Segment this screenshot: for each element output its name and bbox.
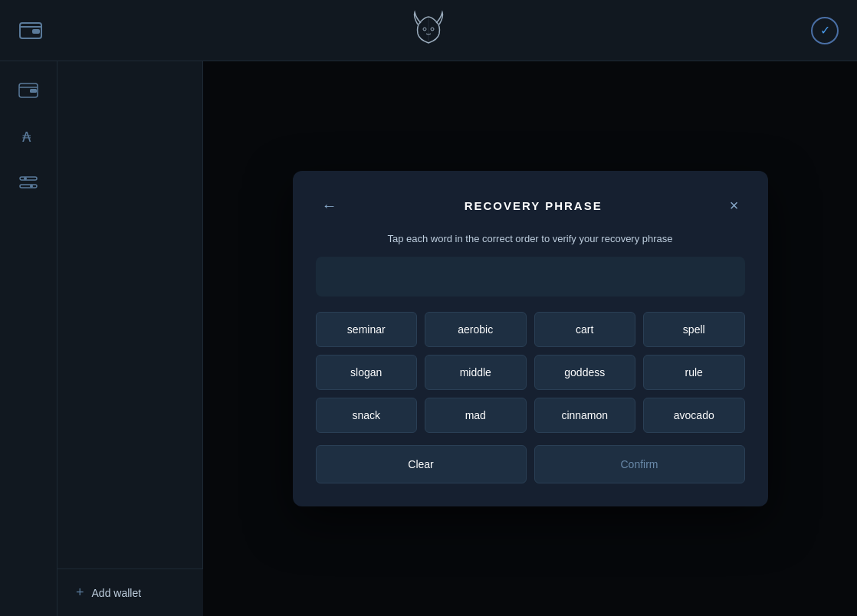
svg-rect-7 xyxy=(30,89,37,93)
svg-point-13 xyxy=(30,185,33,188)
svg-rect-11 xyxy=(20,185,37,188)
back-button[interactable]: ← xyxy=(316,194,343,218)
close-button[interactable]: × xyxy=(724,194,745,218)
sidebar-narrow: ₳ xyxy=(0,61,57,616)
word-button-snack[interactable]: snack xyxy=(316,398,418,433)
modal-overlay: ← RECOVERY PHRASE × Tap each word in the… xyxy=(203,61,857,616)
check-status-icon: ✓ xyxy=(811,17,839,44)
word-button-cinnamon[interactable]: cinnamon xyxy=(534,398,636,433)
word-button-mad[interactable]: mad xyxy=(425,398,527,433)
dialog-title: RECOVERY PHRASE xyxy=(465,199,603,212)
clear-button[interactable]: Clear xyxy=(316,445,527,483)
add-wallet-label: Add wallet xyxy=(92,587,142,599)
dialog-header: ← RECOVERY PHRASE × xyxy=(316,194,745,218)
word-display-area xyxy=(316,257,745,297)
svg-text:₳: ₳ xyxy=(22,129,31,145)
currency-nav-icon[interactable]: ₳ xyxy=(15,123,42,150)
recovery-phrase-dialog: ← RECOVERY PHRASE × Tap each word in the… xyxy=(293,171,768,506)
topbar-left xyxy=(18,18,43,43)
svg-point-3 xyxy=(423,28,426,31)
word-button-seminar[interactable]: seminar xyxy=(316,312,418,347)
word-button-spell[interactable]: spell xyxy=(643,312,745,347)
svg-point-12 xyxy=(24,177,27,180)
word-button-rule[interactable]: rule xyxy=(643,355,745,390)
app-logo xyxy=(409,9,448,49)
topbar: ✓ xyxy=(0,0,857,61)
word-button-avocado[interactable]: avocado xyxy=(643,398,745,433)
svg-rect-10 xyxy=(20,177,37,180)
word-grid: seminaraerobiccartspellsloganmiddlegodde… xyxy=(316,312,745,433)
sidebar-wide: + Add wallet xyxy=(57,61,203,616)
action-row: Clear Confirm xyxy=(316,445,745,483)
content-area: ← RECOVERY PHRASE × Tap each word in the… xyxy=(203,61,857,616)
word-button-goddess[interactable]: goddess xyxy=(534,355,636,390)
word-button-slogan[interactable]: slogan xyxy=(316,355,418,390)
word-button-cart[interactable]: cart xyxy=(534,312,636,347)
wallet-nav-icon[interactable] xyxy=(15,77,42,104)
svg-rect-1 xyxy=(32,29,40,34)
dialog-subtitle: Tap each word in the correct order to ve… xyxy=(316,233,745,244)
topbar-center xyxy=(409,9,448,52)
topbar-right: ✓ xyxy=(811,17,839,44)
add-wallet-plus-icon: + xyxy=(76,585,84,601)
settings-nav-icon[interactable] xyxy=(15,169,42,196)
word-button-aerobic[interactable]: aerobic xyxy=(425,312,527,347)
wallet-topbar-icon xyxy=(18,18,43,43)
word-button-middle[interactable]: middle xyxy=(425,355,527,390)
svg-point-4 xyxy=(431,28,434,31)
confirm-button[interactable]: Confirm xyxy=(534,445,745,483)
main-layout: ₳ + Add wallet ← RECOVER xyxy=(0,61,857,616)
